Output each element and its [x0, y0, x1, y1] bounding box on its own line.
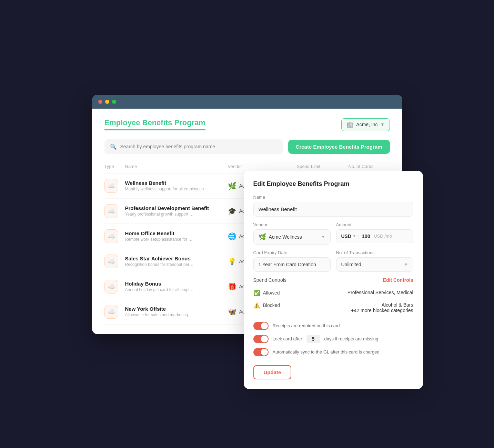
- currency-select[interactable]: USD ▼: [341, 233, 356, 239]
- sync-toggle[interactable]: [253, 348, 269, 356]
- page-title-wrap: Employee Benefits Program: [104, 118, 205, 130]
- vendor-icon: 🎓: [228, 207, 236, 215]
- benefit-desc: Recognition bonus for standout performan…: [125, 262, 194, 267]
- receipt-toggle-row: Receipts are required on this card: [253, 322, 413, 330]
- vendor-icon: 🦋: [228, 308, 236, 316]
- check-circle-icon: ✅: [253, 290, 260, 296]
- type-icon-wrap: ☁️: [104, 305, 118, 319]
- transactions-value: Unlimited: [341, 262, 361, 267]
- allowed-row: ✅ Allowed Professional Services, Medical: [253, 287, 413, 299]
- vendor-icon: 🎁: [228, 282, 236, 291]
- benefit-name: New York Offsite: [125, 306, 228, 312]
- cloud-icon: ☁️: [108, 308, 115, 316]
- col-name: Name: [125, 164, 228, 169]
- allowed-label: Allowed: [263, 290, 280, 296]
- lock-toggle[interactable]: [253, 335, 269, 343]
- benefit-name: Professional Development Benefit: [125, 205, 228, 211]
- benefit-name: Sales Star Achiever Bonus: [125, 256, 228, 261]
- transactions-label: No. of Transactions: [336, 250, 413, 255]
- col-vendor: Vendor: [228, 164, 297, 169]
- cloud-icon: ☁️: [108, 283, 115, 290]
- vendor-icon: 🌿: [228, 182, 236, 190]
- blocked-label: Blocked: [263, 302, 280, 308]
- col-cards: No. of Cards: [349, 164, 390, 169]
- warning-circle-icon: ⚠️: [253, 302, 260, 309]
- lock-days-input[interactable]: [306, 335, 320, 343]
- amount-wrap: USD ▼ | 100 USD /mo: [336, 229, 413, 243]
- benefit-desc: Annual holiday gift card for all employe…: [125, 287, 194, 292]
- benefit-name: Home Office Benefit: [125, 230, 228, 236]
- edit-panel: Edit Employee Benefits Program Name Vend…: [244, 171, 423, 389]
- update-button[interactable]: Update: [253, 365, 292, 379]
- amount-value: 100: [362, 233, 370, 239]
- benefit-desc: Remote work setup assistance for all emp…: [125, 237, 194, 242]
- sync-toggle-row: Automatically sync to the GL after this …: [253, 348, 413, 356]
- benefit-desc: Allowance for sales and marketing teams …: [125, 312, 194, 317]
- benefit-name: Holiday Bonus: [125, 281, 228, 287]
- currency-value: USD: [341, 233, 352, 239]
- vendor-select-text: Acme Wellness: [269, 234, 319, 240]
- receipt-toggle[interactable]: [253, 322, 269, 330]
- type-icon-wrap: ☁️: [104, 280, 118, 293]
- benefit-desc: Yearly professional growth support for a…: [125, 212, 194, 217]
- benefit-name: Wellness Benefit: [125, 180, 228, 186]
- expiry-label: Card Expiry Date: [253, 250, 331, 255]
- cloud-icon: ☁️: [108, 258, 115, 265]
- maximize-dot[interactable]: [112, 100, 116, 104]
- lock-toggle-row: Lock card after days if receipts are mis…: [253, 335, 413, 343]
- vendor-select-icon: 🌿: [259, 233, 266, 241]
- company-icon: 🏢: [346, 121, 353, 128]
- allowed-value: Professional Services, Medical: [347, 290, 413, 295]
- receipt-toggle-label: Receipts are required on this card: [273, 323, 340, 328]
- page-title: Employee Benefits Program: [104, 118, 205, 127]
- toggle-section: Receipts are required on this card Lock …: [253, 322, 413, 356]
- chevron-down-icon: ▼: [321, 235, 325, 239]
- vendor-select[interactable]: 🌿 Acme Wellness ▼: [253, 229, 331, 245]
- col-spend: Spend Limit: [297, 164, 349, 169]
- name-label: Name: [253, 195, 413, 200]
- blocked-value: Alcohol & Bars +42 more blocked categori…: [351, 302, 413, 313]
- lock-label-before: Lock card after: [273, 336, 302, 341]
- company-name: Acme, Inc: [356, 122, 377, 127]
- name-input[interactable]: [253, 202, 413, 217]
- cloud-icon: ☁️: [108, 207, 115, 215]
- cloud-icon: ☁️: [108, 182, 115, 190]
- blocked-row: ⚠️ Blocked Alcohol & Bars +42 more block…: [253, 299, 413, 316]
- lock-label-after: days if receipts are missing: [324, 336, 379, 341]
- close-dot[interactable]: [98, 100, 102, 104]
- type-icon-wrap: ☁️: [104, 229, 118, 243]
- cloud-icon: ☁️: [108, 232, 115, 240]
- chevron-down-icon: ▼: [381, 122, 385, 127]
- minimize-dot[interactable]: [105, 100, 109, 104]
- edit-controls-link[interactable]: Edit Controls: [383, 277, 413, 283]
- vendor-icon: 💡: [228, 257, 236, 266]
- search-input[interactable]: [120, 144, 277, 149]
- amount-unit: USD /mo: [374, 233, 392, 239]
- amount-label: Amount: [336, 222, 413, 227]
- search-icon: 🔍: [110, 143, 117, 150]
- benefit-desc: Monthly wellness support for all employe…: [125, 187, 228, 191]
- currency-chevron: ▼: [353, 234, 356, 238]
- col-type: Type: [104, 164, 125, 169]
- type-icon-wrap: ☁️: [104, 179, 118, 193]
- vendor-icon: 🌐: [228, 232, 236, 240]
- type-icon-wrap: ☁️: [104, 204, 118, 218]
- spend-controls-label: Spend Controls: [253, 277, 287, 283]
- vendor-label: Vendor: [253, 222, 331, 227]
- titlebar: [92, 95, 402, 109]
- sync-toggle-label: Automatically sync to the GL after this …: [273, 349, 380, 355]
- type-icon-wrap: ☁️: [104, 255, 118, 268]
- search-box: 🔍: [104, 139, 283, 154]
- expiry-select[interactable]: 1 Year From Card Creation: [253, 257, 331, 272]
- create-button[interactable]: Create Employee Benefits Program: [288, 140, 390, 154]
- company-selector[interactable]: 🏢 Acme, Inc ▼: [341, 118, 390, 131]
- transactions-select[interactable]: Unlimited ▼: [336, 257, 413, 272]
- chevron-down-icon: ▼: [404, 262, 408, 267]
- edit-panel-title: Edit Employee Benefits Program: [253, 180, 413, 188]
- spend-controls-row: Spend Controls Edit Controls: [253, 277, 413, 283]
